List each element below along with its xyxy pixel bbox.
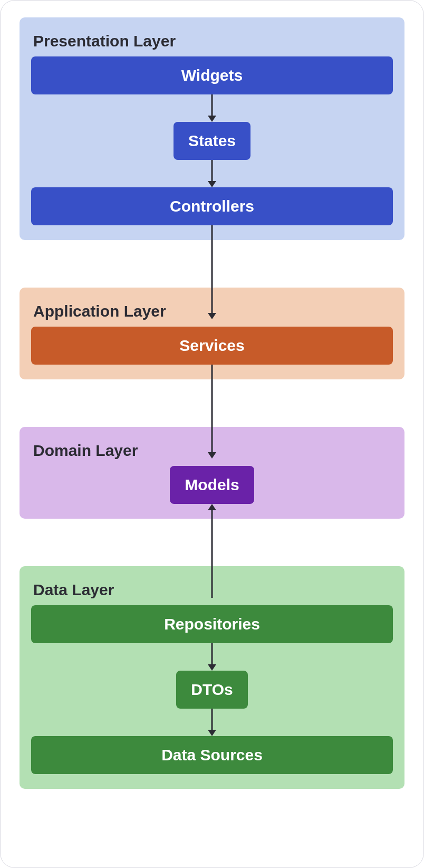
svg-marker-3: [208, 181, 216, 187]
svg-marker-7: [208, 452, 216, 459]
svg-marker-11: [208, 664, 216, 671]
services-box: Services: [31, 327, 393, 365]
svg-marker-8: [208, 504, 216, 510]
presentation-layer: Presentation Layer Widgets States Contro…: [20, 17, 404, 240]
dtos-box: DTOs: [176, 671, 247, 709]
arrow-controllers-to-services: [20, 240, 404, 288]
arrow-repositories-to-dtos: [31, 643, 393, 671]
widgets-box: Widgets: [31, 56, 393, 94]
svg-marker-1: [208, 116, 216, 122]
repositories-box: Repositories: [31, 605, 393, 643]
controllers-box: Controllers: [31, 187, 393, 225]
states-box: States: [174, 122, 250, 160]
data-sources-box: Data Sources: [31, 736, 393, 774]
arrow-services-to-models: [20, 379, 404, 427]
data-layer: Data Layer Repositories DTOs Data Source…: [20, 566, 404, 789]
arrow-repositories-to-models: [20, 519, 404, 566]
arrow-dtos-to-data-sources: [31, 709, 393, 736]
models-box: Models: [170, 466, 254, 504]
architecture-diagram: Presentation Layer Widgets States Contro…: [0, 0, 424, 868]
arrow-widgets-to-states: [31, 94, 393, 122]
svg-marker-5: [208, 313, 216, 319]
arrow-states-to-controllers: [31, 160, 393, 187]
presentation-layer-title: Presentation Layer: [33, 32, 393, 50]
svg-marker-13: [208, 730, 216, 736]
